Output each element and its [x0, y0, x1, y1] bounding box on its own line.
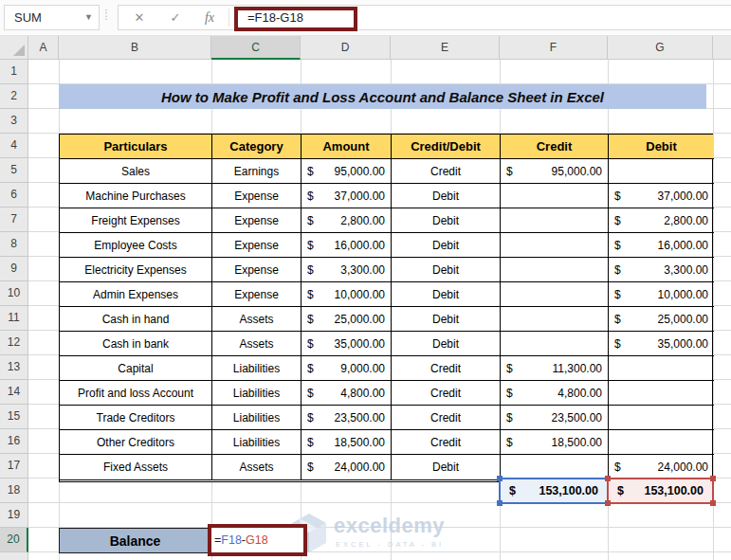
table-header-credit-debit[interactable]: Credit/Debit: [392, 135, 501, 159]
row-header-19[interactable]: 19: [0, 503, 28, 528]
cell-debit[interactable]: [609, 381, 714, 406]
row-header-1[interactable]: 1: [0, 60, 28, 84]
balance-label-cell[interactable]: Balance: [59, 528, 211, 553]
insert-function-icon[interactable]: fx: [198, 6, 221, 29]
cell-amount[interactable]: $9,000.00: [302, 356, 392, 381]
cell-credit[interactable]: [501, 208, 609, 233]
cell-amount[interactable]: $3,300.00: [302, 258, 392, 282]
cell-amount[interactable]: $2,800.00: [302, 208, 392, 233]
row-header-2[interactable]: 2: [0, 84, 28, 109]
row-header-14[interactable]: 14: [0, 380, 28, 405]
cancel-icon[interactable]: ✕: [128, 6, 151, 29]
cell-debit[interactable]: [609, 406, 714, 430]
cell-credit-debit[interactable]: Credit: [392, 406, 501, 430]
enter-icon[interactable]: ✓: [164, 6, 187, 29]
cell-credit-debit[interactable]: Debit: [392, 233, 501, 258]
cell-amount[interactable]: $16,000.00: [302, 233, 392, 258]
cell-amount[interactable]: $37,000.00: [302, 184, 392, 208]
cell-credit-debit[interactable]: Debit: [392, 332, 501, 356]
column-header-c[interactable]: C: [211, 36, 301, 60]
row-header-11[interactable]: 11: [0, 306, 28, 331]
selection-handle-icon[interactable]: [497, 476, 503, 481]
cell-category[interactable]: Liabilities: [212, 430, 302, 455]
cell-debit[interactable]: $35,000.00: [609, 332, 714, 356]
cell-credit[interactable]: [501, 258, 609, 282]
cell-credit-debit[interactable]: Debit: [392, 258, 501, 282]
row-header-15[interactable]: 15: [0, 405, 28, 429]
cell-debit[interactable]: $25,000.00: [609, 307, 714, 332]
cell-amount[interactable]: $18,500.00: [302, 430, 392, 455]
row-header-7[interactable]: 7: [0, 208, 28, 232]
cell-particulars[interactable]: Cash in bank: [60, 332, 212, 356]
cell-credit-debit[interactable]: Credit: [392, 430, 501, 455]
cell-category[interactable]: Assets: [212, 332, 302, 356]
column-header-b[interactable]: B: [59, 36, 211, 60]
cell-amount[interactable]: $4,800.00: [302, 381, 392, 406]
column-header-d[interactable]: D: [301, 36, 391, 60]
cell-category[interactable]: Expense: [212, 208, 302, 233]
cell-category[interactable]: Assets: [212, 455, 302, 479]
cell-amount[interactable]: $24,000.00: [302, 455, 392, 479]
row-header-9[interactable]: 9: [0, 257, 28, 281]
cell-particulars[interactable]: Employee Costs: [60, 233, 212, 258]
cell-debit[interactable]: [609, 430, 714, 455]
cell-particulars[interactable]: Other Creditors: [60, 430, 212, 455]
row-header-18[interactable]: 18: [0, 479, 28, 503]
cell-particulars[interactable]: Machine Purchases: [60, 184, 212, 208]
cell-credit[interactable]: [501, 307, 609, 332]
name-box-dropdown-icon[interactable]: ▼: [84, 12, 93, 22]
selection-handle-icon[interactable]: [710, 476, 716, 481]
selection-handle-icon[interactable]: [497, 500, 503, 506]
cell-category[interactable]: Liabilities: [212, 381, 302, 406]
cell-credit[interactable]: $18,500.00: [501, 430, 609, 455]
cell-credit[interactable]: [501, 282, 609, 307]
cell-particulars[interactable]: Capital: [60, 356, 212, 381]
row-header-20[interactable]: 20: [0, 528, 28, 552]
cell-debit[interactable]: $2,800.00: [609, 208, 714, 233]
cell-credit[interactable]: [501, 332, 609, 356]
row-header-3[interactable]: 3: [0, 109, 28, 134]
row-header-12[interactable]: 12: [0, 331, 28, 355]
cell-amount[interactable]: $25,000.00: [302, 307, 392, 332]
cell-credit-debit[interactable]: Credit: [392, 356, 501, 381]
cell-particulars[interactable]: Cash in hand: [60, 307, 212, 332]
cell-credit[interactable]: $95,000.00: [501, 159, 609, 184]
cell-category[interactable]: Expense: [212, 233, 302, 258]
table-header-debit[interactable]: Debit: [609, 135, 714, 159]
cell-g18-debit-total[interactable]: $ 153,100.00: [607, 478, 714, 504]
selection-handle-icon[interactable]: [710, 500, 716, 506]
cell-category[interactable]: Expense: [212, 282, 302, 307]
cell-credit[interactable]: $4,800.00: [501, 381, 609, 406]
cell-credit-debit[interactable]: Credit: [392, 381, 501, 406]
cell-debit[interactable]: $37,000.00: [609, 184, 714, 208]
row-header-17[interactable]: 17: [0, 454, 28, 479]
column-header-e[interactable]: E: [391, 36, 500, 60]
select-all-corner[interactable]: [0, 36, 28, 60]
cell-category[interactable]: Earnings: [212, 159, 302, 184]
row-header-13[interactable]: 13: [0, 355, 28, 380]
cell-debit[interactable]: $24,000.00: [609, 455, 714, 479]
cell-amount[interactable]: $10,000.00: [302, 282, 392, 307]
column-header-g[interactable]: G: [608, 36, 713, 60]
cell-particulars[interactable]: Profit and loss Account: [60, 381, 212, 406]
cell-debit[interactable]: $16,000.00: [609, 233, 714, 258]
cell-particulars[interactable]: Admin Expenses: [60, 282, 212, 307]
cell-credit-debit[interactable]: Debit: [392, 184, 501, 208]
column-header-f[interactable]: F: [500, 36, 608, 60]
cell-debit[interactable]: [609, 159, 714, 184]
cell-debit[interactable]: [609, 356, 714, 381]
cell-credit[interactable]: $23,500.00: [501, 406, 609, 430]
row-header-6[interactable]: 6: [0, 183, 28, 208]
table-header-particulars[interactable]: Particulars: [60, 135, 212, 159]
table-header-credit[interactable]: Credit: [501, 135, 609, 159]
title-banner[interactable]: How to Make Profit and Loss Account and …: [59, 84, 706, 109]
selection-handle-icon[interactable]: [605, 476, 611, 481]
table-header-category[interactable]: Category: [212, 135, 302, 159]
row-header-5[interactable]: 5: [0, 158, 28, 183]
cell-amount[interactable]: $95,000.00: [302, 159, 392, 184]
name-box[interactable]: SUM ▼: [4, 5, 100, 30]
cell-credit-debit[interactable]: Debit: [392, 282, 501, 307]
column-header-a[interactable]: A: [28, 36, 59, 60]
cell-category[interactable]: Expense: [212, 258, 302, 282]
cell-credit-debit[interactable]: Credit: [392, 159, 501, 184]
